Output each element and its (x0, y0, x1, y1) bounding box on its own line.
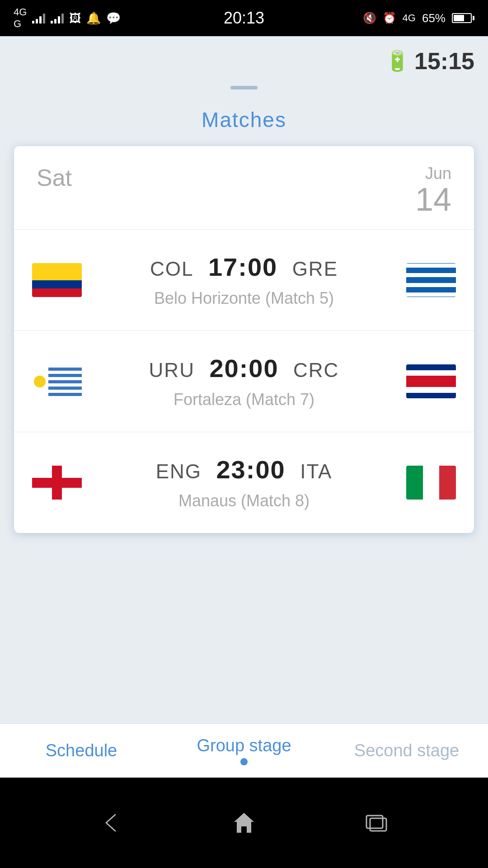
team1-code-1: COL (150, 258, 193, 280)
match-teams-3: ENG 23:00 ITA (82, 455, 406, 484)
team1-code-2: URU (149, 359, 195, 381)
bottom-nav: Schedule Group stage Second stage (0, 723, 488, 778)
match-teams-2: URU 20:00 CRC (82, 354, 406, 383)
status-left: 4GG 🖼 🔔 💬 (14, 6, 121, 30)
team2-code-3: ITA (300, 460, 332, 482)
status-right: 🔇 ⏰ 4G 65% (363, 11, 474, 25)
match-info-1: COL 17:00 GRE Belo Horizonte (Match 5) (82, 252, 406, 308)
flag-italy (406, 466, 456, 500)
match-venue-2: Fortaleza (Match 7) (82, 390, 406, 409)
date-header: Sat Jun 14 (14, 146, 474, 229)
android-nav-bar (0, 778, 488, 868)
nav-group-stage[interactable]: Group stage (163, 727, 325, 774)
page-title: Matches (0, 99, 488, 146)
flag-costa-rica (406, 364, 456, 398)
nav-second-stage[interactable]: Second stage (325, 732, 488, 769)
flag-uruguay (32, 364, 82, 398)
svg-rect-0 (366, 816, 383, 828)
nav-dot (240, 758, 248, 765)
clock-icon: ⏰ (383, 12, 396, 24)
secondary-bar: 🔋 15:15 (0, 36, 488, 86)
match-row-3[interactable]: ENG 23:00 ITA Manaus (Match 8) (14, 432, 474, 533)
android-back-button[interactable] (98, 809, 125, 836)
nav-group-stage-label: Group stage (197, 736, 291, 755)
match-row-2[interactable]: URU 20:00 CRC Fortaleza (Match 7) (14, 330, 474, 432)
day-name: Sat (37, 164, 72, 191)
match-row-1[interactable]: COL 17:00 GRE Belo Horizonte (Match 5) (14, 229, 474, 330)
match-info-2: URU 20:00 CRC Fortaleza (Match 7) (82, 354, 406, 409)
status-time: 20:13 (224, 9, 264, 28)
nav-schedule-label: Schedule (46, 741, 117, 760)
match-time-1: 17:00 (208, 253, 277, 281)
scroll-indicator (230, 86, 258, 90)
matches-card: Sat Jun 14 COL 17:00 GRE Belo Horizonte … (14, 146, 474, 533)
date-day: 14 (415, 183, 451, 216)
flag-colombia (32, 263, 82, 297)
battery-icon (452, 13, 474, 23)
team1-code-3: ENG (156, 460, 202, 482)
match-time-2: 20:00 (209, 354, 278, 382)
secondary-time-value: 15:15 (414, 47, 474, 75)
photo-icon: 🖼 (69, 11, 81, 25)
battery-percent: 65% (422, 11, 446, 25)
android-home-button[interactable] (230, 809, 258, 836)
main-content: 🔋 15:15 Matches Sat Jun 14 (0, 36, 488, 778)
network-label: 4GG (14, 6, 27, 30)
nav-second-stage-label: Second stage (354, 741, 459, 760)
date-month: Jun (415, 164, 451, 183)
mute-icon: 🔇 (363, 12, 376, 24)
bell-icon: 🔔 (86, 11, 101, 25)
android-recents-button[interactable] (363, 809, 390, 836)
flag-england (32, 466, 82, 500)
match-venue-1: Belo Horizonte (Match 5) (82, 289, 406, 308)
match-teams-1: COL 17:00 GRE (82, 252, 406, 282)
secondary-time-display: 🔋 15:15 (385, 47, 474, 75)
signal-bars-2 (51, 13, 64, 24)
wechat-icon: 💬 (106, 11, 121, 25)
team2-code-1: GRE (292, 258, 338, 280)
flag-greece (406, 263, 456, 297)
match-time-3: 23:00 (216, 455, 285, 484)
team2-code-2: CRC (293, 359, 339, 381)
date-info: Jun 14 (415, 164, 451, 216)
signal-bars-1 (32, 13, 45, 24)
status-bar: 4GG 🖼 🔔 💬 20:13 🔇 ⏰ 4G 65% (0, 0, 488, 36)
network-4g: 4G (403, 12, 416, 24)
match-venue-3: Manaus (Match 8) (82, 491, 406, 510)
svg-rect-1 (370, 818, 386, 831)
match-info-3: ENG 23:00 ITA Manaus (Match 8) (82, 455, 406, 510)
battery-green-icon: 🔋 (385, 49, 410, 73)
nav-schedule[interactable]: Schedule (0, 732, 163, 769)
